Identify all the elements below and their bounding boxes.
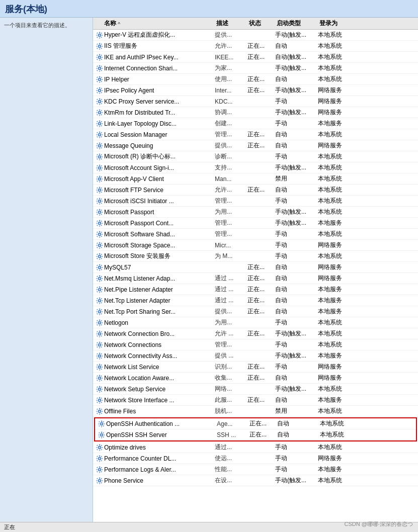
svg-rect-123 <box>99 159 100 160</box>
table-row[interactable]: Optimize drives通过...手动本地系统 <box>93 442 418 453</box>
table-row[interactable]: Microsoft (R) 诊断中心标...诊断...手动本地系统 <box>93 151 418 162</box>
table-row[interactable]: IKE and AuthIP IPsec Key...IKEE...正在...自… <box>93 52 418 63</box>
svg-rect-35 <box>99 70 100 71</box>
table-row[interactable]: Internet Connection Shari...为家...手动(触发..… <box>93 63 418 74</box>
svg-rect-243 <box>99 275 100 276</box>
service-desc: Inter... <box>215 87 247 94</box>
table-row[interactable]: Net.Tcp Listener Adapter通过 ...正在...自动本地服… <box>93 295 418 306</box>
svg-point-351 <box>99 377 100 379</box>
service-icon <box>97 431 106 439</box>
table-row[interactable]: Network Connections管理...手动本地系统 <box>93 339 418 350</box>
svg-point-406 <box>101 434 102 435</box>
svg-rect-238 <box>97 269 98 270</box>
svg-rect-313 <box>97 342 98 343</box>
svg-rect-159 <box>97 187 98 188</box>
svg-rect-155 <box>99 187 100 188</box>
svg-rect-412 <box>97 445 98 446</box>
svg-point-87 <box>99 112 100 113</box>
table-row[interactable]: Microsoft Passport Cont...管理...手动(触发...本… <box>93 218 418 229</box>
svg-rect-85 <box>101 110 102 111</box>
table-row[interactable]: Network Connection Bro...允许 ...正在...手动(触… <box>93 328 418 339</box>
table-row[interactable]: Microsoft iSCSI Initiator ...管理...手动本地系统 <box>93 196 418 207</box>
table-row[interactable]: Performance Counter DL...使远...手动网络服务 <box>93 453 418 464</box>
svg-rect-125 <box>102 156 103 157</box>
table-row[interactable]: MySQL57正在...自动网络服务 <box>93 262 418 273</box>
table-row[interactable]: Net.Msmq Listener Adap...通过 ...正在...自动网络… <box>93 273 418 284</box>
svg-rect-140 <box>101 165 102 166</box>
table-row[interactable]: IPsec Policy AgentInter...正在...手动(触发...网… <box>93 85 418 96</box>
table-row[interactable]: Microsoft FTP Service允许...正在...自动本地系统 <box>93 185 418 196</box>
service-logon: 本地服务 <box>318 285 358 294</box>
service-name: Network Store Interface ... <box>104 397 215 404</box>
table-row[interactable]: Microsoft Account Sign-i...支持...手动(触发...… <box>93 162 418 173</box>
services-list[interactable]: Hyper-V 远程桌面虚拟化...提供...手动(触发...本地系统 IIS … <box>93 30 418 501</box>
table-row[interactable]: Microsoft Software Shad...管理...手动本地系统 <box>93 229 418 240</box>
service-desc: SSH ... <box>217 431 249 438</box>
table-row[interactable]: Link-Layer Topology Disc...创建...手动本地服务 <box>93 118 418 129</box>
svg-point-340 <box>99 366 100 368</box>
table-row[interactable]: Network Setup Service网络...手动(触发...本地系统 <box>93 384 418 395</box>
svg-rect-188 <box>99 220 100 221</box>
svg-rect-333 <box>96 367 97 367</box>
service-icon <box>95 263 104 272</box>
svg-rect-244 <box>99 281 100 282</box>
col-header-name[interactable]: 名称 ^ <box>93 19 216 28</box>
service-startup: 自动 <box>277 430 320 439</box>
svg-rect-364 <box>99 397 100 398</box>
service-desc: 通过 ... <box>215 285 247 294</box>
svg-rect-45 <box>99 76 100 77</box>
svg-rect-93 <box>97 121 98 122</box>
table-row[interactable]: Network Connectivity Ass...提供 ...手动(触发..… <box>93 350 418 362</box>
table-row[interactable]: IP Helper使用...正在...自动本地系统 <box>93 74 418 85</box>
svg-rect-184 <box>101 209 102 210</box>
table-row[interactable]: Microsoft Storage Space...Micr...手动网络服务 <box>93 240 418 251</box>
table-row[interactable]: Microsoft Store 安装服务为 M...手动本地系统 <box>93 251 418 262</box>
svg-rect-280 <box>97 309 98 310</box>
svg-rect-260 <box>97 291 98 292</box>
table-row[interactable]: KDC Proxy Server service...KDC...手动网络服务 <box>93 96 418 107</box>
service-icon <box>95 186 104 194</box>
table-row[interactable]: KtmRm for Distributed Tr...协调...手动(触发...… <box>93 107 418 118</box>
svg-rect-211 <box>99 247 100 248</box>
table-row[interactable]: Network List Service识别...正在...手动网络服务 <box>93 362 418 373</box>
table-row[interactable]: Net.Pipe Listener Adapter通过 ...正在...自动本地… <box>93 284 418 295</box>
service-desc: 此服... <box>215 396 247 404</box>
svg-rect-177 <box>99 209 100 210</box>
svg-rect-354 <box>99 391 100 392</box>
table-row[interactable]: Message Queuing提供...正在...自动网络服务 <box>93 140 418 151</box>
sort-arrow-icon[interactable]: ^ <box>118 21 120 26</box>
table-row[interactable]: Local Session Manager管理...正在...自动本地系统 <box>93 129 418 140</box>
table-row[interactable]: OpenSSH SSH ServerSSH ...正在...自动本地系统 <box>95 429 416 440</box>
svg-rect-322 <box>96 356 97 356</box>
table-row[interactable]: Microsoft Passport为用...手动(触发...本地系统 <box>93 207 418 218</box>
svg-rect-434 <box>97 467 98 468</box>
table-row[interactable]: OpenSSH Authentication ...Age...正在...自动本… <box>95 418 416 429</box>
service-status: 正在... <box>247 296 275 305</box>
table-row[interactable]: IIS 管理服务允许...正在...自动本地系统 <box>93 41 418 52</box>
table-row[interactable]: Hyper-V 远程桌面虚拟化...提供...手动(触发...本地系统 <box>93 30 418 41</box>
svg-rect-50 <box>101 80 102 81</box>
table-row[interactable]: Net.Tcp Port Sharing Ser...提供...正在...自动本… <box>93 306 418 317</box>
table-row[interactable]: Performance Logs & Aler...性能...手动本地服务 <box>93 464 418 475</box>
table-row[interactable]: Netlogon为用...手动本地系统 <box>93 317 418 328</box>
service-name: Internet Connection Shari... <box>104 65 215 72</box>
svg-rect-399 <box>98 434 99 435</box>
service-status: 正在... <box>247 374 275 382</box>
table-row[interactable]: Microsoft App-V ClientMan...禁用本地系统 <box>93 173 418 185</box>
svg-rect-255 <box>99 292 100 293</box>
svg-rect-180 <box>102 212 103 212</box>
table-row[interactable]: Phone Service在设...手动(触发...本地系统 <box>93 475 418 486</box>
col-header-logon: 登录为 <box>319 19 360 28</box>
service-status: 正在... <box>247 307 275 316</box>
service-icon <box>95 197 104 205</box>
table-row[interactable]: Network Store Interface ...此服...正在...自动本… <box>93 395 418 406</box>
svg-rect-16 <box>97 43 98 44</box>
service-desc: 为用... <box>215 208 247 216</box>
table-row[interactable]: Offline Files脱机...禁用本地系统 <box>93 406 418 417</box>
svg-rect-8 <box>101 32 102 33</box>
service-desc: 允许... <box>215 186 247 194</box>
service-icon <box>95 275 104 283</box>
service-name: Hyper-V 远程桌面虚拟化... <box>104 31 215 39</box>
svg-point-197 <box>99 222 100 224</box>
table-row[interactable]: Network Location Aware...收集...正在...自动网络服… <box>93 373 418 384</box>
